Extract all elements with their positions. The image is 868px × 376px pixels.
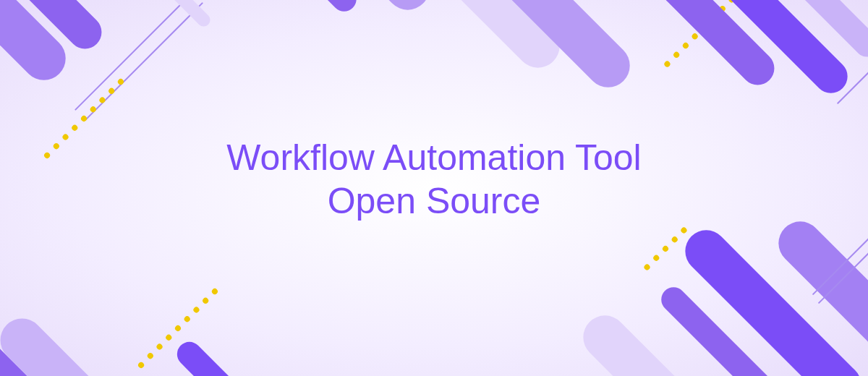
hero-line-1: Workflow Automation Tool: [226, 136, 641, 179]
decor-dots: [43, 77, 124, 159]
decor-pill: [285, 0, 438, 19]
decor-pill: [0, 309, 124, 376]
decor-dots: [643, 226, 688, 271]
decor-pill: [242, 0, 361, 17]
hero-title: Workflow Automation Tool Open Source: [226, 136, 641, 223]
hero-line-2: Open Source: [226, 179, 641, 223]
decor-pill: [172, 337, 286, 376]
